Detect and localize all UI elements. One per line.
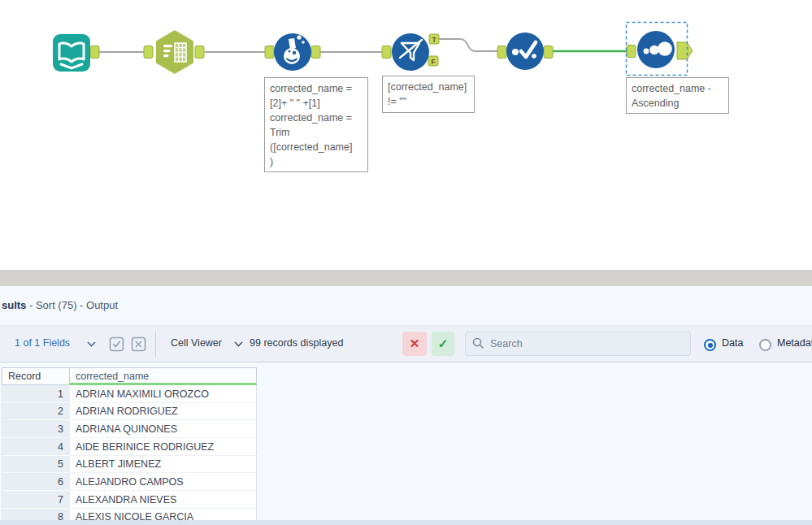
input-data-tool[interactable] — [53, 34, 90, 72]
output-anchor[interactable] — [544, 46, 553, 59]
text-to-columns-tool[interactable] — [156, 30, 193, 74]
app-window: T F — [0, 0, 812, 525]
table-row[interactable]: 4 AIDE BERINICE RODRIGUEZ — [2, 438, 257, 456]
name-cell[interactable]: ADRIANA QUINONES — [70, 420, 257, 438]
cell-viewer-dropdown[interactable]: Cell Viewer — [171, 337, 222, 349]
svg-text:T: T — [432, 36, 436, 44]
data-radio[interactable] — [704, 339, 716, 351]
data-radio-label[interactable]: Data — [722, 337, 743, 349]
input-anchor[interactable] — [497, 46, 506, 59]
column-header-record[interactable]: Record — [2, 367, 70, 385]
input-anchor[interactable] — [627, 46, 636, 58]
filter-false-anchor[interactable]: F — [428, 56, 438, 66]
output-anchor[interactable] — [90, 46, 99, 59]
filter-true-anchor[interactable]: T — [429, 34, 439, 44]
unique-tool[interactable] — [506, 33, 544, 70]
search-input[interactable] — [465, 332, 691, 356]
table-row[interactable]: 3 ADRIANA QUINONES — [2, 420, 257, 438]
record-cell[interactable]: 5 — [2, 456, 70, 474]
results-toolbar: 1 of 1 Fields Cell Viewer 99 records dis… — [0, 325, 812, 362]
cancel-button[interactable]: ✕ — [402, 332, 427, 356]
record-cell[interactable]: 4 — [2, 438, 70, 456]
search-icon — [472, 337, 484, 349]
records-count: 99 records displayed — [250, 337, 343, 349]
name-cell[interactable]: AIDE BERINICE RODRIGUEZ — [70, 438, 257, 456]
table-row[interactable]: 1 ADRIAN MAXIMILI OROZCO — [2, 385, 257, 403]
toolbar-divider — [155, 332, 156, 357]
table-row[interactable]: 6 ALEJANDRO CAMPOS — [2, 473, 257, 491]
input-anchor[interactable] — [265, 46, 274, 59]
name-cell[interactable]: ADRIAN RODRIGUEZ — [70, 403, 257, 421]
record-cell[interactable]: 6 — [2, 473, 70, 491]
name-cell[interactable]: ALEJANDRO CAMPOS — [70, 473, 257, 491]
name-cell[interactable]: ADRIAN MAXIMILI OROZCO — [70, 385, 257, 403]
fields-dropdown[interactable]: 1 of 1 Fields — [15, 337, 70, 349]
record-cell[interactable]: 1 — [2, 385, 70, 403]
results-title-rest: - Sort (75) - Output — [26, 299, 118, 311]
formula-annotation: corrected_name = [2]+ " " +[1] corrected… — [264, 77, 368, 172]
formula-tool[interactable] — [274, 33, 311, 71]
output-anchor[interactable] — [195, 46, 204, 59]
search-box — [465, 332, 691, 356]
sort-annotation: corrected_name - Ascending — [626, 77, 729, 114]
record-cell[interactable]: 2 — [2, 403, 70, 421]
connection-wire-true-output[interactable] — [439, 39, 497, 51]
metadata-radio[interactable] — [759, 339, 771, 351]
table-row[interactable]: 2 ADRIAN RODRIGUEZ — [2, 403, 257, 421]
svg-text:F: F — [431, 58, 435, 66]
results-title-bold: sults — [2, 299, 26, 311]
panel-bottom-edge — [0, 520, 812, 525]
grid-rows: 1 ADRIAN MAXIMILI OROZCO 2 ADRIAN RODRIG… — [2, 385, 257, 525]
workflow-canvas[interactable]: T F — [0, 0, 812, 268]
filter-annotation: [corrected_name] != "" — [382, 76, 475, 113]
sort-output-anchor[interactable] — [677, 42, 693, 59]
apply-button[interactable]: ✓ — [432, 332, 454, 356]
table-row[interactable]: 7 ALEXANDRA NIEVES — [2, 491, 257, 509]
sort-tool[interactable] — [637, 31, 675, 68]
filter-tool[interactable] — [392, 33, 429, 71]
select-all-checkbox-icon[interactable] — [109, 336, 124, 352]
name-cell[interactable]: ALEXANDRA NIEVES — [70, 491, 257, 509]
metadata-radio-label[interactable]: Metadata — [777, 337, 812, 349]
record-cell[interactable]: 7 — [2, 491, 70, 509]
input-anchor[interactable] — [382, 46, 391, 59]
chevron-down-icon[interactable] — [234, 341, 243, 347]
input-anchor[interactable] — [144, 46, 153, 59]
table-row[interactable]: 5 ALBERT JIMENEZ — [2, 456, 257, 474]
record-cell[interactable]: 3 — [2, 420, 70, 438]
chevron-down-icon[interactable] — [87, 341, 96, 347]
output-anchor[interactable] — [311, 46, 320, 59]
results-panel-title: sults - Sort (75) - Output — [2, 299, 118, 311]
panel-divider — [0, 270, 812, 286]
grid-header: Record corrected_name — [2, 367, 257, 385]
column-header-corrected-name[interactable]: corrected_name — [70, 367, 257, 385]
deselect-all-icon[interactable] — [131, 336, 146, 352]
name-cell[interactable]: ALBERT JIMENEZ — [70, 456, 257, 474]
results-panel: sults - Sort (75) - Output 1 of 1 Fields… — [0, 286, 812, 525]
